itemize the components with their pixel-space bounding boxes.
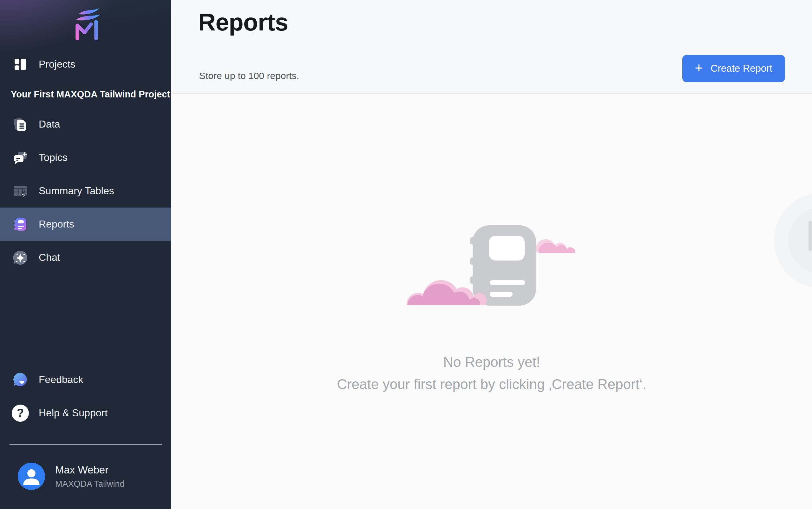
projects-grid-icon <box>11 56 29 73</box>
sidebar-item-label: Reports <box>39 218 74 230</box>
empty-state-message: No Reports yet! Create your first report… <box>171 351 812 396</box>
sidebar-item-feedback[interactable]: Feedback <box>0 363 171 396</box>
scrollbar-thumb[interactable] <box>809 220 812 251</box>
page-subtitle: Store up to 100 reports. <box>199 70 299 81</box>
topics-chat-plus-icon <box>11 149 29 167</box>
question-mark-glyph: ? <box>17 407 24 420</box>
avatar <box>18 463 45 490</box>
sidebar-item-projects[interactable]: Projects <box>0 47 171 81</box>
summary-table-bolt-icon <box>11 182 29 200</box>
sidebar-item-topics[interactable]: Topics <box>0 141 171 174</box>
create-report-button[interactable]: + Create Report <box>682 55 785 82</box>
reports-empty-state: No Reports yet! Create your first report… <box>171 94 812 508</box>
page-header: Reports Store up to 100 reports. + Creat… <box>171 0 812 94</box>
sidebar-item-summary-tables[interactable]: Summary Tables <box>0 174 171 207</box>
data-documents-icon <box>11 115 29 133</box>
maxqda-tailwind-logo <box>0 0 171 47</box>
plus-icon: + <box>695 61 703 75</box>
chat-sparkle-icon <box>11 249 29 267</box>
user-subtitle: MAXQDA Tailwind <box>55 479 125 489</box>
user-name: Max Weber <box>55 464 125 476</box>
sidebar-item-label: Data <box>39 118 60 130</box>
sidebar-item-chat[interactable]: Chat <box>0 241 171 274</box>
feedback-smile-bubble-icon <box>11 371 29 389</box>
pink-cloud-right <box>536 239 575 253</box>
user-text: Max Weber MAXQDA Tailwind <box>55 464 125 489</box>
main-area: Reports Store up to 100 reports. + Creat… <box>171 0 812 509</box>
sidebar-item-reports[interactable]: Reports <box>0 207 171 241</box>
empty-reports-illustration <box>403 223 580 315</box>
app-window: Projects Your First MAXQDA Tailwind Proj… <box>0 0 812 509</box>
empty-state-description: Create your first report by clicking ‚Cr… <box>171 373 812 396</box>
sidebar-item-label: Chat <box>39 252 60 263</box>
empty-state-title: No Reports yet! <box>171 351 812 373</box>
logo-mt-monogram <box>66 6 105 44</box>
sidebar-item-label: Topics <box>39 152 68 163</box>
sidebar: Projects Your First MAXQDA Tailwind Proj… <box>0 0 171 509</box>
sidebar-item-label: Projects <box>39 58 75 70</box>
sidebar-divider <box>9 444 162 445</box>
page-title: Reports <box>198 8 288 36</box>
sidebar-footer: Feedback ? Help & Support Ma <box>0 363 171 509</box>
sidebar-item-help-support[interactable]: ? Help & Support <box>0 396 171 430</box>
create-report-label: Create Report <box>710 63 772 74</box>
sidebar-item-label: Feedback <box>39 374 83 385</box>
help-icon: ? <box>11 404 29 422</box>
project-title: Your First MAXQDA Tailwind Project <box>0 81 171 108</box>
sidebar-item-label: Help & Support <box>39 407 108 419</box>
sidebar-item-data[interactable]: Data <box>0 108 171 141</box>
user-profile[interactable]: Max Weber MAXQDA Tailwind <box>0 460 171 493</box>
sidebar-item-label: Summary Tables <box>39 185 114 197</box>
reports-notebook-icon <box>11 215 29 233</box>
